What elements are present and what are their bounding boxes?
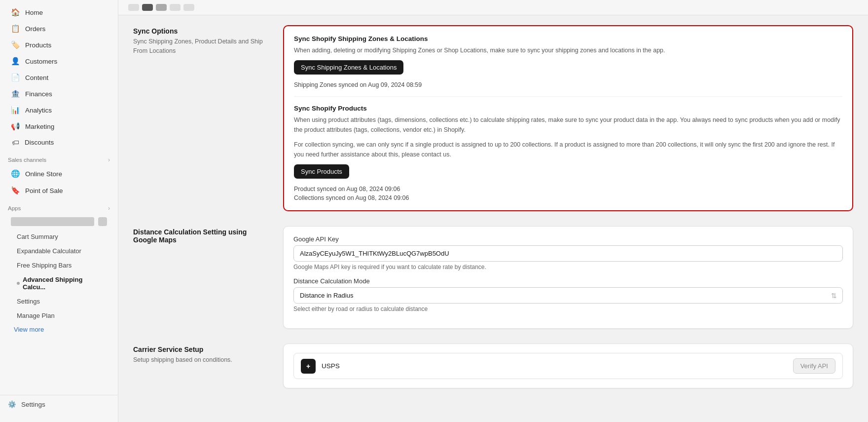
app-name-blurred: ████████████ [11,217,94,226]
carrier-name: USPS [322,362,787,370]
sidebar-item-discounts[interactable]: 🏷 Discounts [3,135,115,150]
carrier-setup-label-col: Carrier Service Setup Setup shipping bas… [133,344,271,365]
breadcrumb-pill-3 [156,4,167,11]
active-dot [17,282,20,285]
verify-api-button[interactable]: Verify API [793,358,835,374]
google-api-hint: Google Maps API key is required if you w… [293,264,843,270]
sidebar-sub-free-shipping-bars[interactable]: Free Shipping Bars [3,259,115,272]
carrier-setup-row: Carrier Service Setup Setup shipping bas… [133,344,853,388]
sidebar-item-finances[interactable]: 🏦 Finances [3,86,115,102]
app-badge [98,217,107,226]
sync-options-desc: Sync Shipping Zones, Product Details and… [133,37,271,56]
view-more-link[interactable]: View more [0,323,118,336]
sync-collections-status: Collections synced on Aug 08, 2024 09:06 [294,194,842,201]
distance-calc-card: Google API Key Google Maps API key is re… [283,226,853,329]
finances-icon: 🏦 [11,89,20,98]
sidebar-item-online-store[interactable]: 🌐 Online Store [3,166,115,182]
distance-calc-label-col: Distance Calculation Setting using Googl… [133,226,271,246]
sync-options-label-col: Sync Options Sync Shipping Zones, Produc… [133,25,271,56]
sidebar-item-orders[interactable]: 📋 Orders [3,21,115,37]
sync-products-desc2: For collection syncing, we can only sync… [294,140,842,159]
orders-icon: 📋 [11,24,20,33]
sidebar-sub-settings[interactable]: Settings [3,295,115,308]
carrier-usps-row: + USPS Verify API [293,353,843,379]
sync-shipping-desc: When adding, deleting or modifying Shipp… [294,45,842,55]
sidebar-sub-cart-summary[interactable]: Cart Summary [3,230,115,243]
sync-products-status1: Product synced on Aug 08, 2024 09:06 [294,186,842,192]
customers-icon: 👤 [11,57,20,66]
distance-mode-hint: Select either by road or radius to calcu… [293,306,843,312]
main-area: Sync Options Sync Shipping Zones, Produc… [118,0,868,422]
sync-options-row: Sync Options Sync Shipping Zones, Produc… [133,25,853,211]
point-of-sale-icon: 🔖 [11,186,20,195]
distance-mode-select-wrapper: Distance in Radius Distance by Road ⇅ [293,287,843,304]
sidebar-item-home[interactable]: 🏠 Home [3,4,115,20]
breadcrumb-pill-2 [142,4,153,11]
breadcrumb-pill-5 [183,4,194,11]
apps-section: Apps › [0,199,118,214]
sidebar: 🏠 Home 📋 Orders 🏷️ Products 👤 Customers … [0,0,118,422]
sales-channels-arrow[interactable]: › [108,156,110,163]
discounts-icon: 🏷 [11,138,20,147]
google-api-group: Google API Key Google Maps API key is re… [293,235,843,270]
sync-options-card: Sync Shopify Shipping Zones & Locations … [283,25,853,211]
sales-channels-section: Sales channels › [0,151,118,165]
sync-shipping-section: Sync Shopify Shipping Zones & Locations … [294,35,842,97]
carrier-setup-title: Carrier Service Setup [133,345,271,353]
distance-calc-title: Distance Calculation Setting using Googl… [133,228,271,244]
sidebar-settings-item[interactable]: ⚙️ Settings [0,395,118,412]
distance-mode-label: Distance Calculation Mode [293,277,843,285]
sidebar-sub-expandable-calculator[interactable]: Expandable Calculator [3,244,115,258]
top-bar [118,0,868,15]
sidebar-item-marketing[interactable]: 📢 Marketing [3,118,115,134]
sync-shipping-button[interactable]: Sync Shipping Zones & Locations [294,60,403,75]
google-api-input[interactable] [293,245,843,262]
sync-shipping-title: Sync Shopify Shipping Zones & Locations [294,35,842,42]
carrier-setup-card: + USPS Verify API [283,344,853,388]
carrier-setup-desc: Setup shipping based on conditions. [133,355,271,365]
sidebar-sub-manage-plan[interactable]: Manage Plan [3,309,115,322]
sidebar-item-content[interactable]: 📄 Content [3,70,115,85]
sync-options-title: Sync Options [133,27,271,35]
analytics-icon: 📊 [11,106,20,115]
sidebar-item-customers[interactable]: 👤 Customers [3,53,115,69]
app-header: ████████████ [3,214,115,229]
apps-arrow[interactable]: › [108,205,110,212]
sync-products-title: Sync Shopify Products [294,105,842,112]
distance-mode-select[interactable]: Distance in Radius Distance by Road [293,287,843,304]
sync-products-desc1: When using product attributes (tags, dim… [294,115,842,135]
home-icon: 🏠 [11,8,20,17]
sync-products-section: Sync Shopify Products When using product… [294,105,842,201]
marketing-icon: 📢 [11,122,20,131]
sidebar-sub-advanced-shipping[interactable]: Advanced Shipping Calcu... [3,273,115,294]
breadcrumb-pill-1 [128,4,139,11]
content-area: Sync Options Sync Shipping Zones, Produc… [118,15,868,422]
sidebar-item-analytics[interactable]: 📊 Analytics [3,102,115,118]
sidebar-item-point-of-sale[interactable]: 🔖 Point of Sale [3,183,115,198]
online-store-icon: 🌐 [11,169,20,178]
breadcrumb-pill-4 [170,4,181,11]
carrier-icon: + [301,359,316,374]
sync-products-button[interactable]: Sync Products [294,164,349,179]
active-item-wrapper: Advanced Shipping Calcu... [17,276,107,291]
distance-mode-group: Distance Calculation Mode Distance in Ra… [293,277,843,312]
sidebar-item-products[interactable]: 🏷️ Products [3,37,115,53]
distance-calc-row: Distance Calculation Setting using Googl… [133,226,853,329]
settings-icon: ⚙️ [8,400,16,408]
sync-shipping-status: Shipping Zones synced on Aug 09, 2024 08… [294,81,842,88]
content-icon: 📄 [11,73,20,82]
google-api-label: Google API Key [293,235,843,243]
products-icon: 🏷️ [11,40,20,49]
